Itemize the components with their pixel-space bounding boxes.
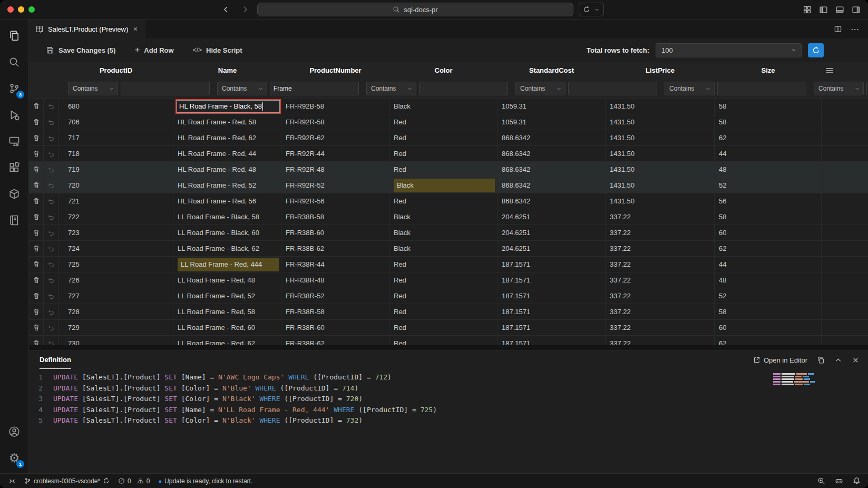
revert-row-button[interactable] xyxy=(44,288,58,304)
cell-size[interactable]: 58 xyxy=(715,209,822,225)
cell-size[interactable]: 60 xyxy=(715,225,822,240)
table-row[interactable]: 730LL Road Frame - Red, 62FR-R38R-62Red1… xyxy=(29,336,868,345)
cell-cost[interactable]: 1059.31 xyxy=(498,99,606,114)
cell-price[interactable]: 1431.50 xyxy=(606,162,715,177)
cell-id[interactable]: 721 xyxy=(58,193,173,209)
split-editor-icon[interactable] xyxy=(834,25,842,33)
table-row[interactable]: 720HL Road Frame - Red, 52FR-R92R-52Blac… xyxy=(29,178,868,193)
add-row-button[interactable]: + Add Row xyxy=(134,45,173,55)
total-rows-select[interactable]: 100 xyxy=(656,43,802,57)
cell-size[interactable]: 52 xyxy=(715,288,822,304)
table-row[interactable]: 719HL Road Frame - Red, 48FR-R92R-48Red8… xyxy=(29,162,868,178)
cell-color[interactable]: Red xyxy=(389,272,498,288)
cell-number[interactable]: FR-R92R-62 xyxy=(281,130,389,145)
cell-color[interactable]: Black xyxy=(389,241,498,256)
delete-row-button[interactable] xyxy=(29,241,44,256)
cell-size[interactable]: 48 xyxy=(715,272,822,288)
cell-number[interactable]: FR-R38B-60 xyxy=(281,225,389,240)
cell-size[interactable]: 44 xyxy=(715,146,822,161)
delete-row-button[interactable] xyxy=(29,225,44,240)
table-row[interactable]: 721HL Road Frame - Red, 56FR-R92R-56Red8… xyxy=(29,193,868,209)
cell-name[interactable]: HL Road Frame - Red, 52 xyxy=(173,178,281,193)
cell-id[interactable]: 727 xyxy=(58,288,173,304)
filter-input-number[interactable] xyxy=(419,82,508,95)
cell-size[interactable]: 52 xyxy=(715,178,822,193)
cell-name[interactable]: LL Road Frame - Red, 60 xyxy=(173,320,281,335)
table-row[interactable]: 718HL Road Frame - Red, 44FR-R92R-44Red8… xyxy=(29,146,868,162)
sidebar-item-database-projects[interactable] xyxy=(2,181,27,207)
chevron-up-icon[interactable] xyxy=(834,356,842,364)
cell-color[interactable]: Red xyxy=(389,288,498,304)
filter-input-name[interactable] xyxy=(270,82,359,95)
table-row[interactable]: 728LL Road Frame - Red, 58FR-R38R-58Red1… xyxy=(29,304,868,320)
sidebar-item-notebooks[interactable] xyxy=(2,207,27,233)
copilot-icon[interactable] xyxy=(835,477,843,485)
layout-sync-control[interactable] xyxy=(579,3,604,16)
cell-id[interactable]: 730 xyxy=(58,336,173,345)
cell-color[interactable]: Red xyxy=(389,114,498,130)
revert-row-button[interactable] xyxy=(44,272,58,288)
table-row[interactable]: 726LL Road Frame - Red, 48FR-R38R-48Red1… xyxy=(29,272,868,288)
customize-layout-icon[interactable] xyxy=(803,5,812,14)
minimap[interactable] xyxy=(773,373,815,386)
cell-number[interactable]: FR-R92R-58 xyxy=(281,114,389,130)
cell-price[interactable]: 337.22 xyxy=(606,257,715,272)
revert-row-button[interactable] xyxy=(44,130,58,145)
cell-price[interactable]: 337.22 xyxy=(606,320,715,335)
cell-price[interactable]: 1431.50 xyxy=(606,114,715,130)
column-header-number[interactable]: ProductNumber xyxy=(281,62,389,79)
cell-price[interactable]: 337.22 xyxy=(606,288,715,304)
cell-cost[interactable]: 187.1571 xyxy=(498,304,606,319)
delete-row-button[interactable] xyxy=(29,288,44,304)
settings-button[interactable]: ⚙ 1 xyxy=(2,445,27,471)
sql-script-editor[interactable]: 1UPDATE [SalesLT].[Product] SET [Name] =… xyxy=(29,369,868,473)
cell-name[interactable]: LL Road Frame - Red, 48 xyxy=(173,272,281,288)
cell-cost[interactable]: 868.6342 xyxy=(498,130,606,145)
tab-saleslt-product[interactable]: SalesLT.Product (Preview) xyxy=(29,19,145,38)
column-header-id[interactable]: ProductID xyxy=(58,62,173,79)
maximize-window-button[interactable] xyxy=(28,6,35,13)
cell-name[interactable]: HL Road Frame - Black, 58 xyxy=(173,99,281,114)
cell-price[interactable]: 337.22 xyxy=(606,272,715,288)
cell-number[interactable]: FR-R38R-62 xyxy=(281,336,389,345)
sidebar-item-explorer[interactable] xyxy=(2,23,27,49)
filter-input-id[interactable] xyxy=(121,82,210,95)
cell-cost[interactable]: 868.6342 xyxy=(498,193,606,209)
delete-row-button[interactable] xyxy=(29,209,44,225)
cell-cost[interactable]: 868.6342 xyxy=(498,178,606,193)
tab-definition[interactable]: Definition xyxy=(40,351,71,369)
cell-editor[interactable]: HL Road Frame - Black, 58 xyxy=(175,99,281,114)
close-window-button[interactable] xyxy=(7,6,14,13)
cell-size[interactable]: 58 xyxy=(715,114,822,130)
table-row[interactable]: 724LL Road Frame - Black, 62FR-R38B-62Bl… xyxy=(29,241,868,257)
zoom-in-icon[interactable] xyxy=(817,477,825,485)
table-row[interactable]: 680HL Road Frame - Black, 58FR-R92B-58Bl… xyxy=(29,99,868,114)
delete-row-button[interactable] xyxy=(29,336,44,345)
filter-operator-select-number[interactable]: Contains xyxy=(366,82,416,95)
revert-row-button[interactable] xyxy=(44,336,58,345)
column-header-price[interactable]: ListPrice xyxy=(606,62,715,79)
close-panel-icon[interactable] xyxy=(852,356,860,364)
cell-cost[interactable]: 868.6342 xyxy=(498,162,606,177)
remote-indicator[interactable] xyxy=(8,477,16,485)
cell-id[interactable]: 726 xyxy=(58,272,173,288)
cell-size[interactable]: 44 xyxy=(715,257,822,272)
cell-price[interactable]: 337.22 xyxy=(606,225,715,240)
cell-name[interactable]: LL Road Frame - Black, 60 xyxy=(173,225,281,240)
cell-price[interactable]: 337.22 xyxy=(606,304,715,319)
cell-cost[interactable]: 204.6251 xyxy=(498,241,606,256)
revert-row-button[interactable] xyxy=(44,257,58,272)
cell-id[interactable]: 720 xyxy=(58,178,173,193)
revert-row-button[interactable] xyxy=(44,146,58,161)
bell-icon[interactable] xyxy=(853,477,861,485)
filter-operator-select-name[interactable]: Contains xyxy=(217,82,267,95)
table-row[interactable]: 725LL Road Frame - Red, 444FR-R38R-44Red… xyxy=(29,257,868,272)
cell-name[interactable]: LL Road Frame - Black, 62 xyxy=(173,241,281,256)
cell-number[interactable]: FR-R38R-60 xyxy=(281,320,389,335)
revert-row-button[interactable] xyxy=(44,320,58,335)
cell-cost[interactable]: 1059.31 xyxy=(498,114,606,130)
delete-row-button[interactable] xyxy=(29,193,44,209)
table-row[interactable]: 723LL Road Frame - Black, 60FR-R38B-60Bl… xyxy=(29,225,868,241)
sidebar-item-run-debug[interactable] xyxy=(2,102,27,128)
filter-input-color[interactable] xyxy=(568,82,657,95)
